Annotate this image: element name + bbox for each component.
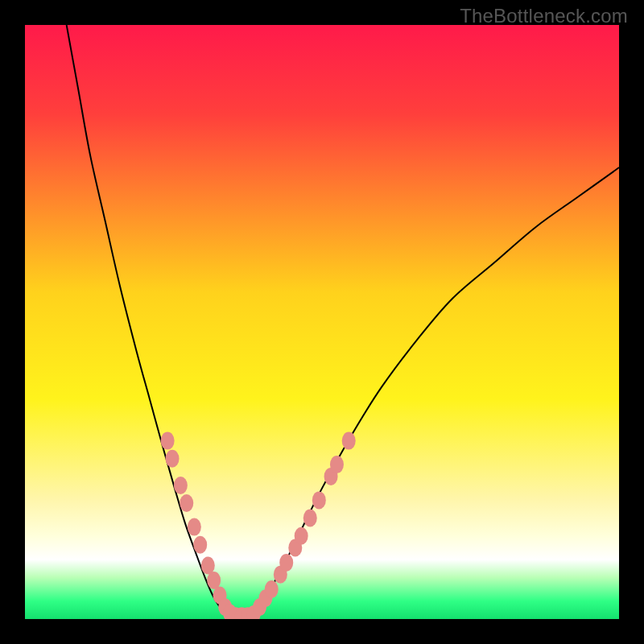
chart-frame [25, 25, 619, 619]
chart-svg [25, 25, 619, 619]
data-marker [166, 450, 180, 468]
data-marker [295, 527, 308, 545]
data-marker [342, 432, 356, 450]
chart-background [25, 25, 619, 619]
data-marker [193, 536, 207, 554]
data-marker [265, 580, 279, 598]
data-marker [312, 491, 326, 509]
data-marker [188, 518, 201, 536]
data-marker [180, 494, 193, 512]
data-marker [174, 477, 188, 494]
attribution-text: TheBottleneck.com [460, 5, 628, 27]
data-marker [161, 432, 175, 450]
data-marker [330, 456, 344, 473]
data-marker [279, 554, 293, 572]
data-marker [303, 510, 317, 527]
